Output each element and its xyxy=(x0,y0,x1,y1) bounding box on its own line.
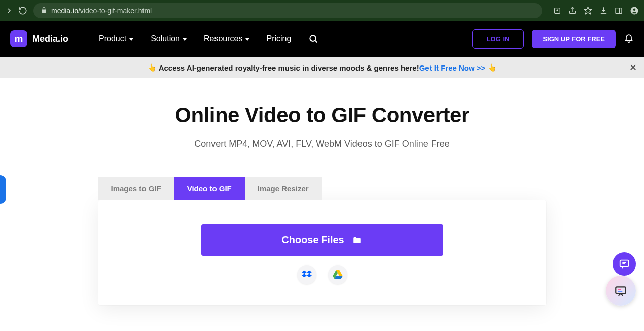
forward-icon[interactable] xyxy=(5,7,13,15)
svg-rect-8 xyxy=(620,260,629,267)
assistant-button[interactable] xyxy=(606,276,636,306)
panel-icon[interactable] xyxy=(615,7,623,15)
chevron-down-icon xyxy=(245,38,249,41)
nav-product[interactable]: Product xyxy=(99,34,133,43)
choose-files-button[interactable]: Choose Files xyxy=(201,224,443,256)
chevron-down-icon xyxy=(129,38,133,41)
profile-icon[interactable] xyxy=(630,6,639,15)
promo-text: Access AI-generated royalty-free music i… xyxy=(159,63,419,72)
browser-toolbar: media.io/video-to-gif-maker.html xyxy=(0,0,644,21)
chat-button[interactable] xyxy=(613,252,636,276)
main-nav: Product Solution Resources Pricing xyxy=(99,34,318,44)
promo-banner: 👆 Access AI-generated royalty-free music… xyxy=(0,57,644,78)
main-content: Online Video to GIF Converter Convert MP… xyxy=(0,78,644,305)
promo-link[interactable]: Get It Free Now >> xyxy=(419,63,486,72)
tool-tabs: Images to GIF Video to GIF Image Resizer xyxy=(98,177,546,200)
svg-line-7 xyxy=(315,40,317,42)
google-drive-button[interactable] xyxy=(328,265,347,284)
choose-files-label: Choose Files xyxy=(281,234,344,246)
search-icon[interactable] xyxy=(308,34,318,44)
page-title: Online Video to GIF Converter xyxy=(0,103,644,127)
lock-icon xyxy=(41,6,47,15)
pointer-icon: 👆 xyxy=(148,63,156,72)
nav-pricing[interactable]: Pricing xyxy=(266,34,291,43)
side-tab[interactable] xyxy=(0,175,6,204)
dropbox-icon xyxy=(302,270,312,279)
nav-resources[interactable]: Resources xyxy=(204,34,249,43)
tab-image-resizer[interactable]: Image Resizer xyxy=(245,177,322,200)
install-icon[interactable] xyxy=(553,7,561,15)
pointer-icon: 👆 xyxy=(488,63,496,72)
close-icon[interactable]: ✕ xyxy=(629,62,637,73)
svg-marker-1 xyxy=(584,7,591,14)
dropbox-button[interactable] xyxy=(297,265,316,284)
notifications-icon[interactable] xyxy=(624,33,634,45)
chat-icon xyxy=(619,258,630,270)
logo-icon: m xyxy=(10,30,27,47)
google-drive-icon xyxy=(333,270,343,279)
tab-video-to-gif[interactable]: Video to GIF xyxy=(174,177,245,200)
folder-icon xyxy=(351,236,363,245)
nav-solution[interactable]: Solution xyxy=(151,34,187,43)
share-icon[interactable] xyxy=(568,7,577,15)
logo[interactable]: m Media.io xyxy=(10,30,68,47)
login-button[interactable]: LOG IN xyxy=(472,29,524,49)
brand-name: Media.io xyxy=(32,34,68,44)
svg-point-6 xyxy=(310,35,316,41)
upload-card: Choose Files xyxy=(98,200,546,305)
svg-rect-2 xyxy=(616,8,622,13)
site-header: m Media.io Product Solution Resources Pr… xyxy=(0,21,644,57)
svg-point-5 xyxy=(633,8,636,11)
address-bar[interactable]: media.io/video-to-gif-maker.html xyxy=(33,3,542,18)
url-text: media.io/video-to-gif-maker.html xyxy=(51,7,535,15)
signup-button[interactable]: SIGN UP FOR FREE xyxy=(532,30,616,48)
download-icon[interactable] xyxy=(599,6,608,15)
star-icon[interactable] xyxy=(584,6,592,15)
chevron-down-icon xyxy=(183,38,187,41)
svg-rect-11 xyxy=(616,287,626,293)
assistant-icon xyxy=(614,284,628,297)
reload-icon[interactable] xyxy=(18,6,27,15)
page-subtitle: Convert MP4, MOV, AVI, FLV, WebM Videos … xyxy=(0,139,644,149)
tab-images-to-gif[interactable]: Images to GIF xyxy=(98,177,174,200)
